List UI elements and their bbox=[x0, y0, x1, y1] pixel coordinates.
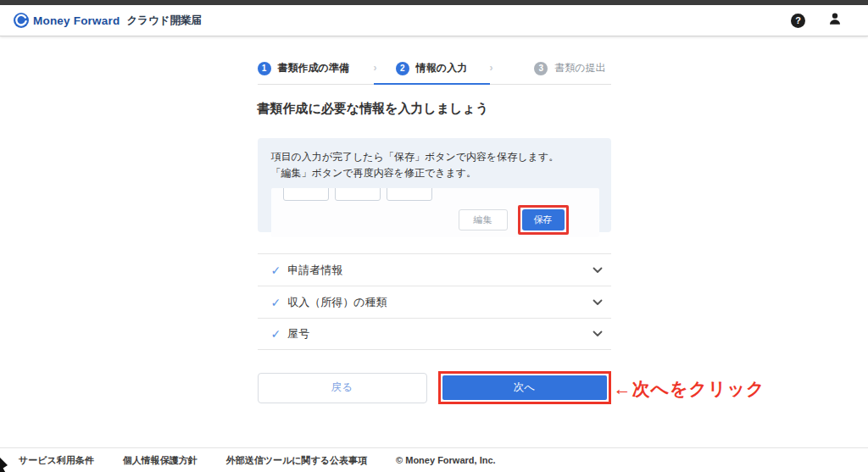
wizard-content: 1 書類作成の準備 › 2 情報の入力 › 3 書類の提出 書類作成に必要な情報… bbox=[258, 61, 611, 404]
footer-link-terms[interactable]: サービス利用条件 bbox=[19, 454, 94, 467]
section-label: 屋号 bbox=[287, 326, 309, 342]
step-document-submission[interactable]: 3 書類の提出 bbox=[490, 61, 611, 84]
next-button[interactable]: 次へ bbox=[442, 375, 607, 400]
chevron-down-icon bbox=[593, 267, 603, 274]
footer-link-external-tools[interactable]: 外部送信ツールに関する公表事項 bbox=[226, 454, 367, 467]
save-instruction-panel: 項目の入力が完了したら「保存」ボタンで内容を保存します。 「編集」ボタンで再度内… bbox=[258, 138, 611, 232]
section-income-type[interactable]: ✓ 収入（所得）の種類 bbox=[258, 286, 611, 318]
section-applicant-info[interactable]: ✓ 申請者情報 bbox=[258, 253, 611, 286]
tutorial-annotation: ←次へをクリック bbox=[614, 377, 765, 401]
input-field bbox=[387, 188, 432, 201]
step-1-badge: 1 bbox=[258, 62, 271, 75]
page-title: 書類作成に必要な情報を入力しましょう bbox=[258, 101, 611, 117]
instruction-line-2: 「編集」ボタンで再度内容を修正できます。 bbox=[271, 165, 599, 181]
wizard-stepper: 1 書類作成の準備 › 2 情報の入力 › 3 書類の提出 bbox=[258, 61, 611, 85]
back-button[interactable]: 戻る bbox=[258, 373, 427, 403]
wizard-nav-buttons: 戻る 次へ ←次へをクリック bbox=[258, 371, 611, 404]
completed-sections-list: ✓ 申請者情報 ✓ 収入（所得）の種類 ✓ 屋号 bbox=[258, 253, 611, 350]
instruction-line-1: 項目の入力が完了したら「保存」ボタンで内容を保存します。 bbox=[271, 149, 599, 165]
page-footer: サービス利用条件 個人情報保護方針 外部送信ツールに関する公表事項 © Mone… bbox=[0, 447, 868, 472]
account-icon[interactable] bbox=[827, 11, 843, 30]
cropped-input-fields bbox=[281, 188, 589, 201]
chevron-down-icon bbox=[593, 299, 603, 306]
brand-name: Money Forward bbox=[33, 14, 120, 27]
step-3-badge: 3 bbox=[534, 62, 548, 75]
step-2-badge: 2 bbox=[396, 62, 409, 75]
next-button-highlight-box: 次へ bbox=[438, 371, 611, 404]
footer-link-privacy[interactable]: 個人情報保護方針 bbox=[123, 454, 198, 467]
input-field bbox=[283, 188, 329, 201]
step-information-input[interactable]: 2 情報の入力 › bbox=[374, 61, 490, 84]
step-2-label: 情報の入力 bbox=[416, 61, 467, 75]
section-trade-name[interactable]: ✓ 屋号 bbox=[258, 318, 611, 350]
step-document-preparation[interactable]: 1 書類作成の準備 › bbox=[258, 61, 374, 84]
check-icon: ✓ bbox=[271, 327, 281, 341]
help-icon[interactable]: ? bbox=[791, 14, 805, 28]
step-1-label: 書類作成の準備 bbox=[278, 61, 349, 75]
step-3-label: 書類の提出 bbox=[554, 61, 605, 75]
money-forward-logo-icon bbox=[14, 13, 29, 28]
check-icon: ✓ bbox=[271, 264, 281, 277]
form-screenshot-preview: 編集 保存 bbox=[271, 188, 599, 237]
product-name: クラウド開業届 bbox=[126, 14, 202, 28]
save-button-highlight-box: 保存 bbox=[518, 205, 569, 235]
section-label: 収入（所得）の種類 bbox=[287, 295, 387, 310]
brand-logo[interactable]: Money Forward クラウド開業届 bbox=[14, 13, 202, 28]
section-label: 申請者情報 bbox=[287, 263, 342, 278]
input-field bbox=[335, 188, 381, 201]
app-header: Money Forward クラウド開業届 ? bbox=[0, 5, 868, 36]
save-button[interactable]: 保存 bbox=[522, 209, 565, 230]
check-icon: ✓ bbox=[271, 296, 281, 309]
copyright-text: © Money Forward, Inc. bbox=[396, 455, 496, 465]
edit-button[interactable]: 編集 bbox=[459, 209, 508, 230]
chevron-down-icon bbox=[593, 330, 603, 337]
